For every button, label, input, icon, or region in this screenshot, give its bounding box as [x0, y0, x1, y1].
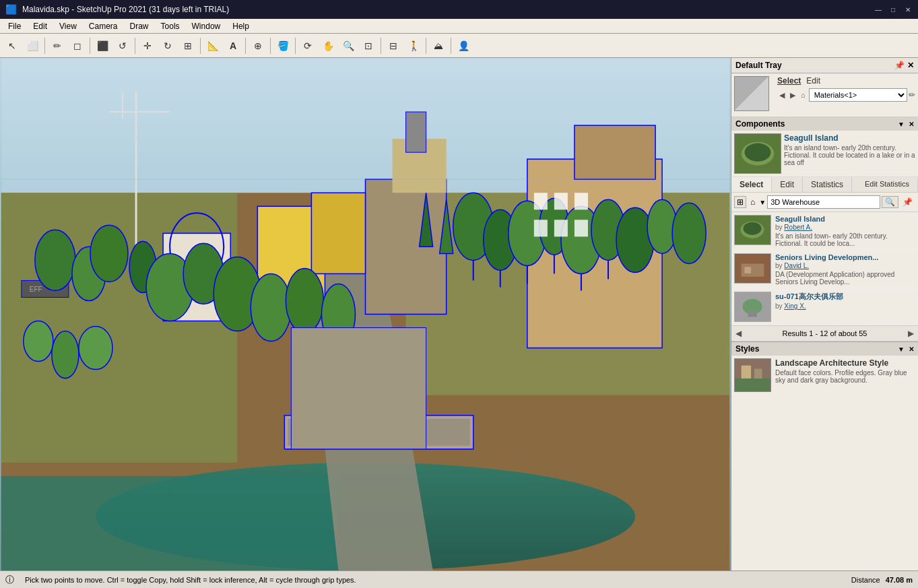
component-search-input[interactable]: [767, 195, 880, 209]
mat-home-button[interactable]: ⌂: [799, 90, 808, 100]
profile-btn[interactable]: 👤: [454, 36, 473, 55]
select-tool[interactable]: ↖: [3, 36, 22, 55]
menubar-item-edit[interactable]: Edit: [28, 20, 53, 32]
svg-rect-73: [748, 311, 756, 317]
menubar-item-view[interactable]: View: [54, 20, 82, 32]
close-button[interactable]: ✕: [903, 5, 913, 14]
comp-result-item[interactable]: Seagull Island by Robert A. It's an isla…: [731, 212, 918, 251]
terrain-tool[interactable]: ⛰: [429, 36, 448, 55]
comp-result-author-link[interactable]: Xing X.: [784, 302, 806, 310]
viewport[interactable]: EFF: [0, 58, 731, 570]
menubar-item-camera[interactable]: Camera: [84, 20, 123, 32]
svg-rect-10: [575, 125, 655, 179]
mat-back-button[interactable]: ◀: [777, 90, 787, 100]
default-tray-title: Default Tray: [735, 61, 782, 70]
comp-tab-statistics[interactable]: Statistics: [803, 177, 852, 192]
components-section: Components ▼ ✕ Seagull Island It: [731, 117, 918, 341]
components-section-header[interactable]: Components ▼ ✕: [731, 117, 918, 131]
svg-point-30: [52, 331, 79, 379]
comp-search-button[interactable]: 🔍: [882, 196, 898, 208]
menubar-item-file[interactable]: File: [3, 20, 26, 32]
comp-chevron-down-icon[interactable]: ▼: [759, 199, 766, 206]
styles-title: Styles: [735, 344, 759, 354]
svg-point-31: [79, 327, 112, 370]
scale-tool[interactable]: ⊞: [178, 36, 197, 55]
push-pull-tool[interactable]: ⬛: [93, 36, 112, 55]
tape-tool[interactable]: 📐: [203, 36, 222, 55]
comp-result-title[interactable]: Seniors Living Developmen...: [775, 253, 915, 261]
titlebar: 🟦 Malavida.skp - SketchUp Pro 2021 (31 d…: [0, 0, 918, 19]
comp-result-author: by David L.: [775, 262, 915, 269]
right-panel: Default Tray 📌 ✕ Select Edit ◀ ▶ ⌂: [731, 58, 918, 570]
styles-collapse-icon[interactable]: ▼: [898, 346, 905, 353]
components-title: Components: [735, 119, 785, 129]
comp-view-button[interactable]: ⊞: [734, 196, 746, 208]
rotate-tool[interactable]: ↻: [158, 36, 177, 55]
pan-tool[interactable]: ✋: [319, 36, 337, 55]
svg-rect-55: [291, 328, 426, 449]
walk-tool[interactable]: 🚶: [404, 36, 423, 55]
comp-result-author-link[interactable]: David L.: [784, 262, 809, 269]
menubar-item-help[interactable]: Help: [227, 20, 255, 32]
svg-point-23: [35, 230, 75, 290]
edit-statistics-button[interactable]: Edit Statistics: [857, 177, 918, 192]
comp-result-thumbnail: [734, 292, 771, 322]
text-tool[interactable]: A: [224, 36, 242, 55]
styles-section-header[interactable]: Styles ▼ ✕: [731, 342, 918, 356]
status-message: Pick two points to move. Ctrl = toggle C…: [25, 576, 841, 584]
menubar-item-window[interactable]: Window: [187, 20, 226, 32]
comp-result-info: Seagull Island by Robert A. It's an isla…: [775, 215, 915, 247]
comp-result-author: by Xing X.: [775, 302, 915, 310]
svg-point-67: [744, 222, 762, 235]
mat-forward-button[interactable]: ▶: [788, 90, 797, 100]
svg-point-49: [286, 268, 323, 333]
menubar-item-tools[interactable]: Tools: [156, 20, 185, 32]
shapes-tool[interactable]: ◻: [68, 36, 87, 55]
paint-tool[interactable]: 🪣: [273, 36, 292, 55]
pagination-text: Results 1 - 12 of about 55: [783, 329, 867, 337]
comp-result-info: Seniors Living Developmen... by David L.…: [775, 253, 915, 286]
minimize-button[interactable]: —: [874, 5, 883, 14]
tray-pin-icon[interactable]: 📌: [894, 61, 905, 70]
comp-pin-button[interactable]: 📌: [900, 197, 915, 207]
svg-point-29: [24, 321, 53, 362]
svg-point-40: [672, 203, 706, 263]
zoom-extents-tool[interactable]: ⊡: [359, 36, 378, 55]
mat-pencil-icon[interactable]: ✏: [909, 90, 915, 100]
menubar: FileEditViewCameraDrawToolsWindowHelp: [0, 19, 918, 34]
component-preview-area: Seagull Island It's an island town- earl…: [731, 131, 918, 177]
status-info-icon: ⓘ: [5, 574, 14, 586]
zoom-tool[interactable]: 🔍: [339, 36, 358, 55]
tray-close-icon[interactable]: ✕: [907, 61, 914, 70]
styles-close-icon[interactable]: ✕: [909, 346, 914, 353]
comp-result-author-link[interactable]: Robert A.: [784, 224, 812, 231]
axes-tool[interactable]: ⊕: [249, 36, 267, 55]
materials-edit-tab[interactable]: Edit: [806, 76, 820, 86]
components-close-icon[interactable]: ✕: [909, 121, 914, 128]
maximize-button[interactable]: □: [888, 5, 898, 14]
comp-result-title[interactable]: su-071高尔夫俱乐部: [775, 292, 915, 302]
pagination-forward-button[interactable]: ▶: [908, 329, 914, 338]
move-tool[interactable]: ✛: [138, 36, 157, 55]
components-collapse-icon[interactable]: ▼: [898, 121, 905, 128]
comp-result-item[interactable]: Seniors Living Developmen... by David L.…: [731, 251, 918, 289]
pagination-back-button[interactable]: ◀: [735, 329, 742, 338]
comp-home-button[interactable]: ⌂: [748, 197, 758, 207]
comp-tab-select[interactable]: Select: [731, 177, 772, 192]
comp-result-desc: It's an island town- early 20th century.…: [775, 232, 915, 247]
materials-select-tab[interactable]: Select: [777, 76, 801, 86]
svg-rect-70: [744, 267, 751, 273]
orbit-tool[interactable]: ⟳: [298, 36, 317, 55]
section-tool[interactable]: ⊟: [384, 36, 403, 55]
comp-result-title[interactable]: Seagull Island: [775, 215, 915, 223]
styles-section: Styles ▼ ✕ Landscape Architecture Sty: [731, 341, 918, 395]
svg-rect-77: [754, 368, 762, 378]
offset-tool[interactable]: ↺: [113, 36, 132, 55]
comp-result-item[interactable]: su-071高尔夫俱乐部 by Xing X.: [731, 289, 918, 325]
comp-tab-edit[interactable]: Edit: [772, 177, 803, 192]
eraser-tool[interactable]: ⬜: [23, 36, 42, 55]
title-text: Malavida.skp - SketchUp Pro 2021 (31 day…: [22, 5, 229, 14]
materials-dropdown[interactable]: Materials<1> Colors Textures: [809, 88, 907, 102]
pencil-tool[interactable]: ✏: [48, 36, 67, 55]
menubar-item-draw[interactable]: Draw: [125, 20, 154, 32]
